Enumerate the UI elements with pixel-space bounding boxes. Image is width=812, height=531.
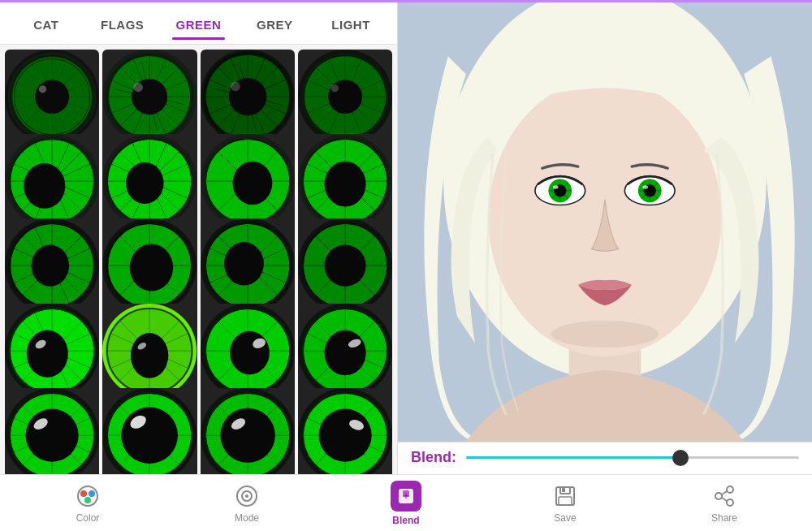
eye-option-16[interactable] (298, 304, 392, 398)
svg-point-242 (80, 490, 87, 497)
svg-point-12 (39, 85, 46, 93)
svg-point-255 (727, 486, 733, 493)
tab-light[interactable]: LIGHT (313, 6, 389, 40)
share-icon (711, 483, 737, 509)
tab-grey[interactable]: GREY (236, 6, 313, 40)
eye-option-7[interactable] (201, 134, 295, 228)
svg-point-127 (224, 242, 264, 285)
svg-point-238 (642, 185, 648, 188)
svg-point-247 (245, 494, 248, 498)
tab-cat[interactable]: CAT (8, 6, 84, 40)
svg-point-166 (230, 330, 270, 373)
toolbar-blend-label: Blend (392, 515, 419, 526)
svg-point-56 (330, 84, 338, 92)
svg-point-117 (130, 244, 173, 291)
eye-option-12[interactable] (298, 218, 392, 313)
svg-point-187 (26, 408, 79, 461)
eye-option-3[interactable] (201, 50, 295, 144)
tabs-bar: CAT FLAGS GREEN GREY LIGHT (0, 2, 397, 45)
blend-label: Blend: (411, 449, 456, 466)
svg-point-176 (324, 330, 365, 375)
toolbar-color-label: Color (76, 512, 100, 524)
toolbar-mode[interactable]: Mode (167, 483, 326, 524)
svg-point-205 (220, 408, 274, 462)
toolbar-save[interactable]: Save (486, 483, 645, 524)
color-icon (75, 483, 101, 509)
toolbar-save-label: Save (554, 512, 576, 524)
eye-option-19[interactable] (201, 388, 295, 474)
toolbar-blend[interactable]: + Blend (326, 481, 486, 526)
eye-option-11[interactable] (201, 218, 295, 313)
svg-line-258 (722, 491, 727, 494)
eye-grid (0, 45, 397, 474)
eye-option-2[interactable] (102, 50, 197, 144)
blend-section: Blend: (398, 442, 812, 474)
svg-point-229 (553, 185, 559, 188)
left-panel: CAT FLAGS GREEN GREY LIGHT (0, 2, 398, 474)
svg-point-257 (727, 499, 733, 506)
tab-green[interactable]: GREEN (161, 6, 237, 40)
svg-point-109 (32, 245, 70, 287)
toolbar-mode-label: Mode (235, 512, 259, 524)
eye-option-20[interactable] (298, 388, 392, 474)
svg-rect-253 (559, 497, 572, 505)
svg-point-43 (231, 82, 240, 92)
toolbar-share-label: Share (711, 512, 737, 524)
svg-point-28 (134, 83, 144, 93)
eye-option-9[interactable] (5, 218, 99, 313)
svg-point-80 (126, 162, 164, 204)
eye-option-13[interactable] (5, 304, 99, 398)
svg-point-244 (84, 497, 91, 503)
eye-option-5[interactable] (5, 134, 99, 228)
svg-point-215 (318, 408, 371, 461)
svg-point-135 (324, 245, 365, 287)
eye-option-8[interactable] (298, 134, 392, 228)
toolbar-share[interactable]: Share (645, 483, 804, 524)
mode-icon (234, 483, 260, 509)
blend-slider-container[interactable] (466, 450, 799, 466)
svg-point-243 (89, 490, 95, 497)
photo-area (398, 2, 812, 442)
svg-rect-254 (562, 488, 565, 492)
eye-option-4[interactable] (298, 50, 392, 144)
svg-rect-250 (403, 490, 409, 497)
svg-point-98 (324, 162, 365, 207)
blend-icon: + (391, 481, 421, 512)
svg-point-256 (715, 493, 722, 499)
right-panel: Blend: (398, 2, 812, 474)
toolbar-color[interactable]: Color (8, 483, 167, 524)
svg-point-68 (24, 163, 65, 209)
eye-option-1[interactable] (5, 50, 99, 144)
blend-slider[interactable] (466, 456, 799, 459)
bottom-toolbar: Color Mode + Blend (0, 474, 812, 531)
svg-point-196 (122, 407, 179, 464)
main-container: CAT FLAGS GREEN GREY LIGHT (0, 2, 812, 474)
eye-option-17[interactable] (5, 388, 99, 474)
svg-line-259 (722, 498, 727, 501)
svg-point-240 (551, 321, 659, 348)
svg-point-157 (131, 333, 169, 378)
svg-point-88 (232, 162, 272, 205)
tab-flags[interactable]: FLAGS (84, 6, 161, 40)
svg-point-11 (35, 80, 69, 114)
eye-option-15[interactable] (201, 304, 295, 398)
eye-option-18[interactable] (102, 388, 197, 474)
eye-option-6[interactable] (102, 134, 197, 228)
eye-option-14[interactable] (102, 304, 197, 398)
eye-option-10[interactable] (102, 218, 197, 313)
save-icon (552, 483, 578, 509)
svg-point-146 (27, 330, 68, 377)
